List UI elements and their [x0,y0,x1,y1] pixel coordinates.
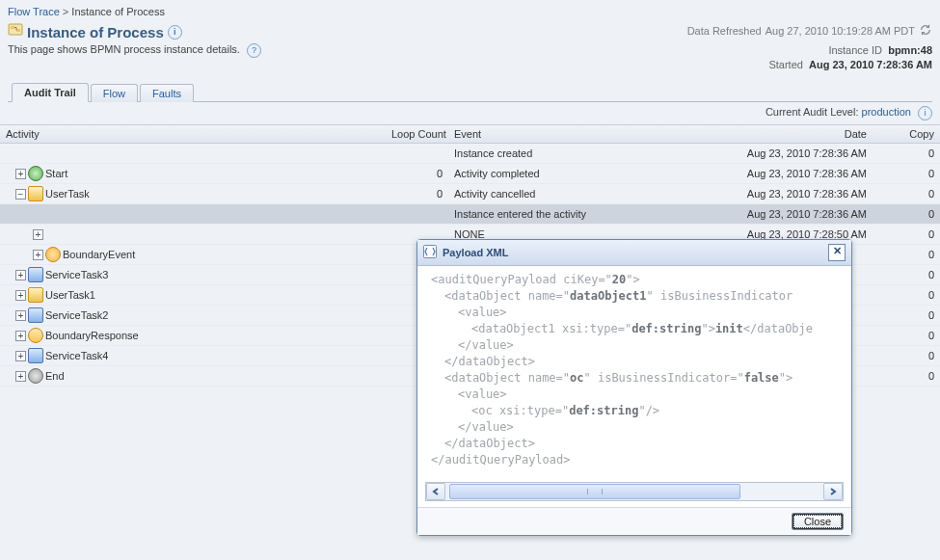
copy-cell: 0 [873,184,940,204]
table-row[interactable]: Instance entered the activityAug 23, 201… [0,204,940,225]
col-activity[interactable]: Activity [0,125,386,144]
tabs: Audit Trail Flow Faults [8,82,932,102]
activity-name: ServiceTask2 [45,309,108,321]
activity-name: Start [45,168,67,179]
table-row[interactable]: −UserTask0Activity cancelledAug 23, 2010… [0,184,940,204]
expand-icon[interactable]: + [15,371,26,382]
expand-icon[interactable]: + [33,229,43,240]
date-cell: Aug 23, 2010 7:28:36 AM [660,184,873,204]
loop-count [386,204,448,225]
scroll-right-button[interactable] [823,483,843,500]
date-cell: Aug 23, 2010 7:28:36 AM [660,164,873,184]
event-cell: Instance created [448,144,660,164]
audit-level-label: Current Audit Level: [765,106,859,118]
copy-cell: 0 [873,346,940,366]
refresh-icon[interactable] [919,23,932,39]
resp-icon [28,328,43,343]
started-value: Aug 23, 2010 7:28:36 AM [809,59,932,70]
expand-icon[interactable]: + [15,290,26,301]
dialog-title-text: Payload XML [443,247,508,258]
xml-icon [423,245,437,260]
scroll-track[interactable] [449,483,819,500]
breadcrumb-sep: > [63,6,68,17]
refresh-info: Data Refreshed Aug 27, 2010 10:19:28 AM … [687,23,932,39]
col-loop[interactable]: Loop Count [386,125,448,144]
scroll-thumb[interactable] [449,484,740,499]
page-title: Instance of Process i [8,23,182,41]
user-icon [28,287,43,303]
svg-rect-1 [11,26,14,29]
copy-cell: 0 [873,225,940,245]
dialog-footer: Close [417,507,851,535]
help-icon[interactable]: i [918,106,932,120]
scroll-left-button[interactable] [426,483,445,500]
col-date[interactable]: Date [660,125,873,144]
expand-icon[interactable]: + [15,169,26,179]
table-row[interactable]: +Start0Activity completedAug 23, 2010 7:… [0,164,940,184]
copy-cell: 0 [873,265,940,285]
service-icon [28,348,43,363]
activity-name: ServiceTask4 [45,350,108,361]
table-row[interactable]: Instance createdAug 23, 2010 7:28:36 AM0 [0,144,940,164]
dialog-titlebar[interactable]: Payload XML ✕ [417,240,851,266]
start-icon [28,166,43,181]
dialog-hscrollbar[interactable] [425,482,844,501]
tree-spacer [33,209,43,220]
expand-icon[interactable]: + [15,310,26,321]
collapse-icon[interactable]: − [15,189,26,200]
expand-icon[interactable]: + [15,270,26,280]
tab-flow[interactable]: Flow [91,84,138,102]
activity-name: End [45,370,65,382]
instance-id-label: Instance ID [828,44,882,56]
tab-faults[interactable]: Faults [140,84,194,102]
started-label: Started [768,59,802,70]
svg-rect-2 [16,29,20,32]
boundary-icon [45,247,61,262]
audit-level-value: production [862,106,911,118]
col-copy[interactable]: Copy [873,125,940,144]
copy-cell: 0 [873,204,940,225]
table-header-row: Activity Loop Count Event Date Copy [0,125,940,144]
refresh-time: Aug 27, 2010 10:19:28 AM PDT [765,25,915,37]
expand-icon[interactable]: + [15,331,26,341]
instance-meta: Instance ID bpmn:48 Started Aug 23, 2010… [768,43,932,72]
col-event[interactable]: Event [448,125,660,144]
copy-cell: 0 [873,245,940,265]
expand-icon[interactable]: + [33,250,43,260]
end-icon [28,368,43,384]
date-cell: Aug 23, 2010 7:28:36 AM [660,144,873,164]
breadcrumb-current: Instance of Process [71,6,165,17]
help-icon[interactable]: ? [247,43,261,58]
user-icon [28,186,43,201]
copy-cell: 0 [873,144,940,164]
tab-audit-trail[interactable]: Audit Trail [12,83,89,102]
page-subtitle: This page shows BPMN process instance de… [8,43,261,58]
help-icon[interactable]: i [168,25,182,40]
event-cell: Activity completed [448,164,660,184]
copy-cell: 0 [873,164,940,184]
activity-name: BoundaryEvent [63,249,135,260]
instance-id-value: bpmn:48 [888,44,932,56]
loop-count: 0 [386,164,448,184]
payload-dialog: Payload XML ✕ <auditQueryPayload ciKey="… [416,239,852,536]
page-subtitle-text: This page shows BPMN process instance de… [8,43,240,55]
date-cell: Aug 23, 2010 7:28:36 AM [660,204,873,225]
service-icon [28,307,43,323]
dialog-body: <auditQueryPayload ciKey="20"> <dataObje… [417,266,851,476]
loop-count [386,144,448,164]
copy-cell: 0 [873,306,940,326]
dialog-close-icon[interactable]: ✕ [828,244,846,261]
close-button[interactable]: Close [792,513,844,530]
breadcrumb: Flow Trace > Instance of Process [8,4,932,23]
page-title-text: Instance of Process [27,24,164,40]
activity-name: UserTask1 [45,289,95,301]
breadcrumb-flow-trace[interactable]: Flow Trace [8,6,60,17]
process-icon [8,23,23,41]
expand-icon[interactable]: + [15,351,26,361]
copy-cell: 0 [873,326,940,346]
activity-name: ServiceTask3 [45,269,108,280]
activity-name: UserTask [45,188,90,200]
event-cell: Activity cancelled [448,184,660,204]
copy-cell: 0 [873,285,940,306]
event-cell[interactable]: Instance entered the activity [448,204,660,225]
